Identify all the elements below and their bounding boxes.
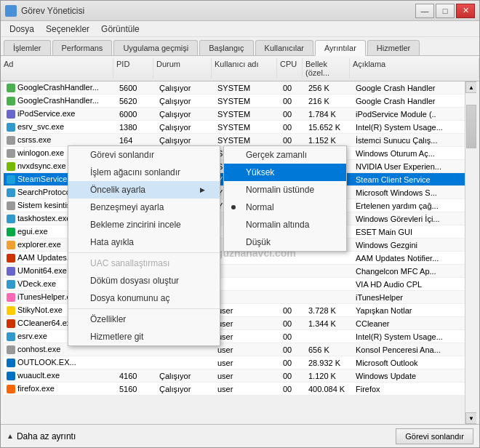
col-header-bellek[interactable]: Bellek (özel... <box>303 58 350 79</box>
ctx-dokum-dosyasi[interactable]: Döküm dosyası oluştur <box>68 272 220 289</box>
cell-user: user <box>215 305 280 316</box>
ctx-islem-agaci[interactable]: İşlem ağacını sonlandır <box>68 164 220 181</box>
table-row[interactable]: GoogleCrashHandler... 5600 Çalışıyor SYS… <box>4 81 476 95</box>
ctx-hata-ayikla[interactable]: Hata ayıkla <box>68 233 220 251</box>
cell-name: GoogleCrashHandler... <box>4 95 116 106</box>
cell-desc: Google Crash Handler <box>353 96 476 106</box>
col-header-cpu[interactable]: CPU <box>277 58 303 79</box>
cell-desc: CCleaner <box>353 319 476 329</box>
tabs-bar: İşlemler Performans Uygulama geçmişi Baş… <box>1 37 479 56</box>
scrollbar[interactable]: ▲ ▼ <box>465 81 476 424</box>
ctx-uac: UAC sanallaştırması <box>68 255 220 272</box>
normal-dot <box>231 205 236 209</box>
cell-mem: 15.652 K <box>305 122 353 132</box>
cell-desc: AAM Updates Notifier... <box>353 253 476 263</box>
tab-hizmetler[interactable]: Hizmetler <box>367 40 420 55</box>
task-manager-window: Görev Yöneticisi — □ ✕ Dosya Seçenekler … <box>0 0 480 448</box>
table-row[interactable]: wuauclt.exe 4160 Çalışıyor user 00 1.120… <box>4 369 476 383</box>
close-button[interactable]: ✕ <box>456 4 475 18</box>
cell-mem: 1.784 K <box>305 109 353 119</box>
cell-status: Çalışıyor <box>156 109 215 119</box>
sub-gercek-zamanli[interactable]: Gerçek zamanlı <box>224 146 346 164</box>
cell-desc: NVIDIA User Experien... <box>353 161 476 172</box>
tab-ayrintilar[interactable]: Ayrıntılar <box>315 40 366 56</box>
expand-label[interactable]: Daha az ayrıntı <box>17 431 76 441</box>
ctx-bekleme-zinciri[interactable]: Bekleme zincirini incele <box>68 216 220 233</box>
cell-desc: Firefox <box>353 384 476 394</box>
tab-uygulama-gecmisi[interactable]: Uygulama geçmişi <box>113 40 198 55</box>
expand-icon: ▲ <box>7 432 14 440</box>
table-row[interactable]: iPodService.exe 6000 Çalışıyor SYSTEM 00… <box>4 108 476 121</box>
col-header-ad[interactable]: Ad <box>1 58 113 79</box>
tab-islemler[interactable]: İşlemler <box>4 40 51 55</box>
cell-name: firefox.exe <box>4 383 116 394</box>
ctx-dosya-konumu[interactable]: Dosya konumunu aç <box>68 289 220 307</box>
cell-mem: 400.084 K <box>305 384 353 394</box>
tab-performans[interactable]: Performans <box>52 40 113 55</box>
cell-mem <box>305 257 353 259</box>
table-row[interactable]: GoogleCrashHandler... 5620 Çalışıyor SYS… <box>4 95 476 108</box>
menu-dosya[interactable]: Dosya <box>4 23 40 36</box>
ctx-benzesmeyi-ayarla[interactable]: Benzeşmeyi ayarla <box>68 199 220 216</box>
end-task-button[interactable]: Görevi sonlandır <box>396 428 473 444</box>
cell-status: Çalışıyor <box>156 96 215 106</box>
cell-cpu: 00 <box>280 319 305 329</box>
sub-normal[interactable]: Normal <box>224 199 346 216</box>
cell-status <box>156 362 215 364</box>
ctx-hizmetlere-git[interactable]: Hizmetlere git <box>68 328 220 345</box>
cell-user: user <box>215 358 280 368</box>
cell-mem <box>305 297 353 298</box>
cell-mem: 1.344 K <box>305 319 353 329</box>
col-header-aciklama[interactable]: Açıklama <box>350 58 479 79</box>
cell-mem: 1.152 K <box>305 135 353 145</box>
col-header-pid[interactable]: PID <box>113 58 153 79</box>
title-bar-left: Görev Yöneticisi <box>5 5 84 17</box>
scrollbar-thumb[interactable] <box>466 105 476 148</box>
cell-user: user <box>215 332 280 342</box>
ctx-sep-1 <box>68 252 220 253</box>
cell-pid <box>116 362 156 364</box>
cell-user <box>215 284 280 285</box>
sub-yuksek[interactable]: Yüksek <box>224 164 346 181</box>
menu-goruntule[interactable]: Görüntüle <box>95 23 145 36</box>
maximize-button[interactable]: □ <box>436 4 455 18</box>
sub-normalin-altinda[interactable]: Normalin altında <box>224 216 346 233</box>
menu-secenekler[interactable]: Seçenekler <box>40 23 95 36</box>
context-menu: Görevi sonlandır İşlem ağacını sonlandır… <box>68 145 220 346</box>
cell-cpu <box>280 257 305 259</box>
sub-dusuk[interactable]: Düşük <box>224 233 346 251</box>
cell-desc: iTunesHelper <box>353 292 476 303</box>
expand-details[interactable]: ▲ Daha az ayrıntı <box>7 431 76 441</box>
cell-desc: Steam Client Service <box>353 175 476 185</box>
cell-pid: 5620 <box>116 96 156 106</box>
col-header-durum[interactable]: Durum <box>153 58 212 79</box>
table-row[interactable]: esrv_svc.exe 1380 Çalışıyor SYSTEM 00 15… <box>4 121 476 134</box>
cell-user <box>215 257 280 259</box>
cell-cpu: 00 <box>280 332 305 342</box>
table-row[interactable]: firefox.exe 5160 Çalışıyor user 00 400.0… <box>4 383 476 396</box>
cell-name: OUTLOOK.EX... <box>4 357 116 368</box>
cell-status: Çalışıyor <box>156 135 215 145</box>
ctx-gorevi-sonlandir[interactable]: Görevi sonlandır <box>68 146 220 164</box>
app-icon <box>5 5 17 17</box>
cell-desc: ESET Main GUI <box>353 227 476 237</box>
cell-cpu <box>280 297 305 298</box>
col-header-kullanici[interactable]: Kullanıcı adı <box>212 58 277 79</box>
scrollbar-up[interactable]: ▲ <box>465 81 476 93</box>
cell-cpu: 00 <box>280 109 305 119</box>
cell-user <box>215 297 280 298</box>
ctx-ozellikler[interactable]: Özellikler <box>68 311 220 328</box>
cell-status: Çalışıyor <box>156 384 215 394</box>
sub-normalin-ustunde[interactable]: Normalin üstünde <box>224 181 346 199</box>
tab-kullanicilar[interactable]: Kullanıcılar <box>255 40 313 55</box>
tab-baslangic[interactable]: Başlangıç <box>199 40 253 55</box>
ctx-oncelik-ayarla[interactable]: Öncelik ayarla <box>68 181 220 199</box>
cell-user <box>215 271 280 272</box>
minimize-button[interactable]: — <box>415 4 434 18</box>
cell-cpu: 00 <box>280 305 305 316</box>
cell-mem: 28.932 K <box>305 358 353 368</box>
cell-cpu: 00 <box>280 135 305 145</box>
ctx-sep-2 <box>68 308 220 309</box>
table-row[interactable]: OUTLOOK.EX... user 00 28.932 K Microsoft… <box>4 356 476 369</box>
scrollbar-down[interactable]: ▼ <box>465 412 476 424</box>
